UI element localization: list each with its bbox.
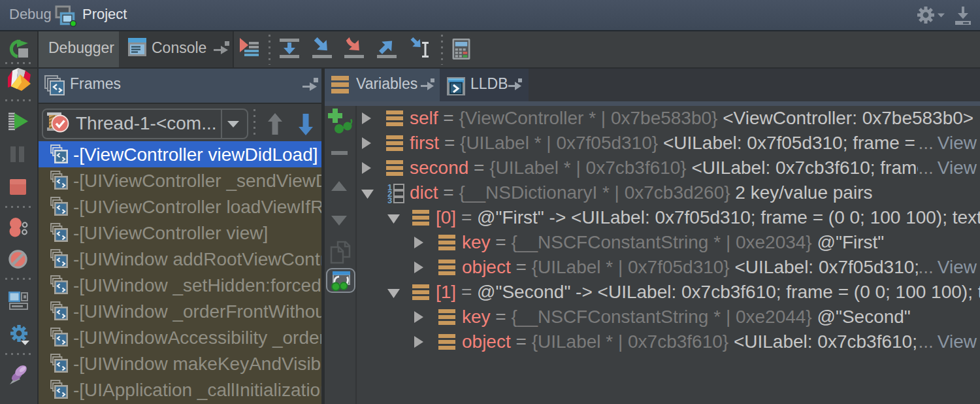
svg-text:3: 3 (387, 195, 392, 205)
